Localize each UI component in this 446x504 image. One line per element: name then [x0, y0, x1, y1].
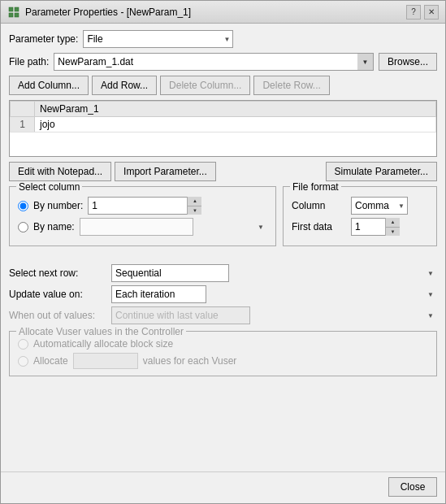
- by-number-label: By number:: [33, 200, 83, 211]
- action-row: Edit with Notepad... Import Parameter...…: [9, 162, 437, 181]
- first-data-label: First data: [292, 221, 344, 232]
- param-type-select-wrap: File: [83, 30, 233, 48]
- select-column-group-title: Select column: [16, 181, 82, 193]
- table-row[interactable]: 1 jojo: [11, 117, 436, 133]
- add-row-button[interactable]: Add Row...: [92, 76, 157, 95]
- auto-allocate-radio: [18, 339, 28, 350]
- by-name-select[interactable]: [80, 218, 193, 236]
- allocate-label: Allocate: [33, 355, 68, 367]
- table-cell-value[interactable]: jojo: [35, 117, 436, 133]
- by-name-select-wrap: [80, 218, 267, 236]
- select-column-group: Select column By number: ▲ ▼ By: [9, 186, 276, 246]
- svg-rect-3: [15, 13, 19, 17]
- update-value-on-label: Update value on:: [9, 289, 106, 300]
- allocate-group-title: Allocate Vuser values in the Controller: [16, 326, 186, 337]
- first-data-spin-up[interactable]: ▲: [386, 218, 400, 228]
- svg-rect-1: [15, 7, 19, 11]
- by-number-spinner-buttons: ▲ ▼: [187, 197, 201, 215]
- by-name-radio[interactable]: [18, 222, 28, 232]
- edit-notepad-button[interactable]: Edit with Notepad...: [9, 162, 111, 181]
- main-content: Parameter type: File File path: ▼ Browse…: [1, 24, 445, 471]
- update-value-on-row: Update value on: Each iteration Each occ…: [9, 285, 437, 303]
- update-value-on-select[interactable]: Each iteration Each occurrence Once: [111, 285, 206, 303]
- column-format-select[interactable]: Comma Tab Space Other: [351, 197, 408, 215]
- select-next-row-label: Select next row:: [9, 267, 106, 279]
- browse-button[interactable]: Browse...: [379, 53, 437, 71]
- manual-allocate-row: Allocate values for each Vuser: [18, 353, 428, 369]
- select-next-row-row: Select next row: Sequential Random Uniqu…: [9, 264, 437, 282]
- groups-row: Select column By number: ▲ ▼ By: [9, 186, 437, 246]
- auto-allocate-row: Automatically allocate block size: [18, 338, 428, 350]
- bottom-section: Select next row: Sequential Random Uniqu…: [9, 264, 437, 376]
- file-format-group-title: File format: [290, 181, 341, 193]
- file-path-input[interactable]: [54, 53, 374, 71]
- footer: Close: [1, 471, 445, 503]
- allocate-input: [73, 353, 138, 369]
- param-type-select[interactable]: File: [83, 30, 233, 48]
- action-row-left: Edit with Notepad... Import Parameter...: [9, 162, 216, 181]
- file-path-row: File path: ▼ Browse...: [9, 53, 437, 71]
- by-name-label: By name:: [33, 221, 75, 232]
- table-header-col1: NewParam_1: [35, 102, 436, 117]
- select-next-row-wrap: Sequential Random Unique Same Line as Co…: [111, 264, 437, 282]
- auto-allocate-label: Automatically allocate block size: [33, 338, 173, 350]
- allocate-group: Allocate Vuser values in the Controller …: [9, 331, 437, 376]
- when-out-of-values-label: When out of values:: [9, 310, 106, 321]
- by-name-row: By name:: [18, 218, 267, 236]
- column-format-select-wrap: Comma Tab Space Other: [351, 197, 408, 215]
- when-out-of-values-row: When out of values: Continue with last v…: [9, 306, 437, 324]
- table-header-rownum: [11, 102, 35, 117]
- toolbar-row: Add Column... Add Row... Delete Column..…: [9, 76, 437, 95]
- delete-column-button[interactable]: Delete Column...: [160, 76, 250, 95]
- param-type-row: Parameter type: File: [9, 30, 437, 48]
- title-bar: Parameter Properties - [NewParam_1] ? ✕: [1, 1, 445, 24]
- simulate-param-button[interactable]: Simulate Parameter...: [326, 162, 437, 181]
- by-number-input[interactable]: [88, 197, 201, 215]
- title-bar-left: Parameter Properties - [NewParam_1]: [7, 6, 191, 19]
- first-data-spinner-wrap: ▲ ▼: [351, 218, 400, 236]
- add-column-button[interactable]: Add Column...: [9, 76, 89, 95]
- update-value-on-wrap: Each iteration Each occurrence Once: [111, 285, 437, 303]
- dialog: Parameter Properties - [NewParam_1] ? ✕ …: [0, 0, 446, 504]
- by-number-spin-up[interactable]: ▲: [188, 197, 201, 206]
- when-out-of-values-select[interactable]: Continue with last value Abort Vuser Cyc…: [111, 306, 250, 324]
- column-format-label: Column: [292, 200, 344, 211]
- file-path-dropdown-btn[interactable]: ▼: [357, 53, 374, 71]
- file-path-input-wrap: ▼: [54, 53, 374, 71]
- column-format-row: Column Comma Tab Space Other: [292, 197, 428, 215]
- table-cell-rownum: 1: [11, 117, 35, 133]
- param-type-label: Parameter type:: [9, 33, 78, 45]
- manual-allocate-radio: [18, 356, 28, 367]
- help-button[interactable]: ?: [406, 5, 421, 20]
- by-number-spinner-wrap: ▲ ▼: [88, 197, 201, 215]
- svg-rect-2: [9, 13, 13, 17]
- close-button[interactable]: Close: [388, 477, 437, 497]
- svg-rect-0: [9, 7, 13, 11]
- file-path-label: File path:: [9, 56, 49, 67]
- file-format-group: File format Column Comma Tab Space Other…: [283, 186, 437, 246]
- by-number-row: By number: ▲ ▼: [18, 197, 267, 215]
- close-title-button[interactable]: ✕: [424, 5, 439, 20]
- delete-row-button[interactable]: Delete Row...: [253, 76, 329, 95]
- import-param-button[interactable]: Import Parameter...: [115, 162, 216, 181]
- data-table: NewParam_1 1 jojo: [10, 101, 436, 133]
- first-data-row: First data ▲ ▼: [292, 218, 428, 236]
- title-bar-buttons: ? ✕: [406, 5, 439, 20]
- select-next-row-select[interactable]: Sequential Random Unique Same Line as Co…: [111, 264, 229, 282]
- app-icon: [7, 6, 20, 19]
- allocate-suffix: values for each Vuser: [143, 355, 237, 367]
- title-text: Parameter Properties - [NewParam_1]: [25, 7, 191, 18]
- first-data-spinner-buttons: ▲ ▼: [385, 218, 400, 236]
- data-table-container: NewParam_1 1 jojo: [9, 100, 437, 157]
- first-data-spin-down[interactable]: ▼: [386, 228, 400, 237]
- by-number-radio[interactable]: [18, 201, 28, 211]
- by-number-spin-down[interactable]: ▼: [188, 206, 201, 215]
- when-out-of-values-wrap: Continue with last value Abort Vuser Cyc…: [111, 306, 437, 324]
